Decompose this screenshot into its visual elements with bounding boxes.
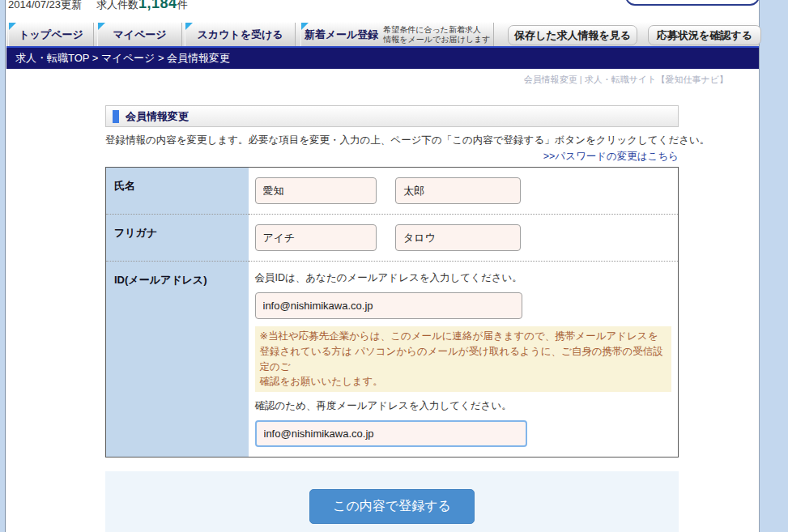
job-count-value: 1,184 xyxy=(138,0,177,11)
search-box-partial[interactable] xyxy=(625,0,760,6)
saved-jobs-button-label: 保存した求人情報を見る xyxy=(514,28,631,43)
email-label: ID(メールアドレス) xyxy=(106,262,249,458)
furigana-label: フリガナ xyxy=(106,215,249,262)
tab-new-mail-label: 新着メール登録 xyxy=(305,28,379,42)
name-first-input[interactable] xyxy=(395,177,521,204)
page-meta-title: 会員情報変更 | 求人・転職サイト【愛知仕事ナビ】 xyxy=(524,74,728,86)
section-header: 会員情報変更 xyxy=(105,105,679,127)
page: 2014/07/23更新求人件数1,184件 トップページ マイページ スカウト… xyxy=(0,0,788,532)
job-count-bar: 2014/07/23更新求人件数1,184件 xyxy=(8,0,607,12)
tab-scout-label: スカウトを受ける xyxy=(197,28,283,42)
form-description: 登録情報の内容を変更します。必要な項目を変更・入力の上、ページ下の「この内容で登… xyxy=(105,134,679,147)
furigana-first-input[interactable] xyxy=(395,224,521,251)
submit-panel: この内容で登録する xyxy=(105,471,679,532)
tab-bar: トップページ マイページ スカウトを受ける 新着メール登録 希望条件に合った新着… xyxy=(6,22,759,46)
application-status-button[interactable]: 応募状況を確認する xyxy=(648,25,761,45)
password-change-link[interactable]: >>パスワードの変更はこちら xyxy=(105,150,679,164)
email-input[interactable] xyxy=(255,292,522,319)
tab-top-page-label: トップページ xyxy=(19,28,83,42)
name-last-input[interactable] xyxy=(255,177,377,204)
table-row-furigana: フリガナ xyxy=(106,215,679,262)
page-right-gutter xyxy=(759,0,788,532)
name-label: 氏名 xyxy=(106,168,249,215)
email-warning-note: ※当社や応募先企業からは、このメールに連絡が届きますので、携帯メールアドレスを … xyxy=(255,326,672,392)
page-title: 会員情報変更 xyxy=(126,109,189,124)
tab-new-mail-registration[interactable]: 新着メール登録 希望条件に合った新着求人 情報をメールでお届けします xyxy=(300,23,494,46)
email-confirm-instruction: 確認のため、再度メールアドレスを入力してください。 xyxy=(255,399,672,413)
member-info-form: 氏名 フリガナ ID(メールアドレス) 会員IDは、あなたのメールアドレスを入力… xyxy=(105,167,679,458)
tab-top-page[interactable]: トップページ xyxy=(8,23,94,46)
register-button[interactable]: この内容で登録する xyxy=(309,489,475,524)
section-accent-bar xyxy=(113,110,119,123)
tab-new-mail-subtitle: 希望条件に合った新着求人 情報をメールでお届けします xyxy=(383,25,490,45)
tab-my-page-label: マイページ xyxy=(113,28,166,42)
tab-scout[interactable]: スカウトを受ける xyxy=(185,23,296,46)
job-count-unit: 件 xyxy=(177,0,188,11)
updated-date: 2014/07/23更新 xyxy=(8,0,82,11)
application-status-button-label: 応募状況を確認する xyxy=(657,28,752,43)
saved-jobs-button[interactable]: 保存した求人情報を見る xyxy=(508,25,637,45)
main-content: 会員情報変更 登録情報の内容を変更します。必要な項目を変更・入力の上、ページ下の… xyxy=(105,105,679,532)
furigana-last-input[interactable] xyxy=(255,224,377,251)
page-left-gutter xyxy=(0,0,6,532)
email-confirm-input[interactable] xyxy=(255,420,527,447)
table-row-email: ID(メールアドレス) 会員IDは、あなたのメールアドレスを入力してください。 … xyxy=(106,262,679,458)
email-instruction: 会員IDは、あなたのメールアドレスを入力してください。 xyxy=(255,271,672,285)
tab-my-page[interactable]: マイページ xyxy=(97,23,182,46)
breadcrumb-text: 求人・転職TOP > マイページ > 会員情報変更 xyxy=(15,52,230,64)
table-row-name: 氏名 xyxy=(106,168,679,215)
job-count-label: 求人件数 xyxy=(96,0,138,11)
breadcrumb[interactable]: 求人・転職TOP > マイページ > 会員情報変更 xyxy=(6,46,759,69)
